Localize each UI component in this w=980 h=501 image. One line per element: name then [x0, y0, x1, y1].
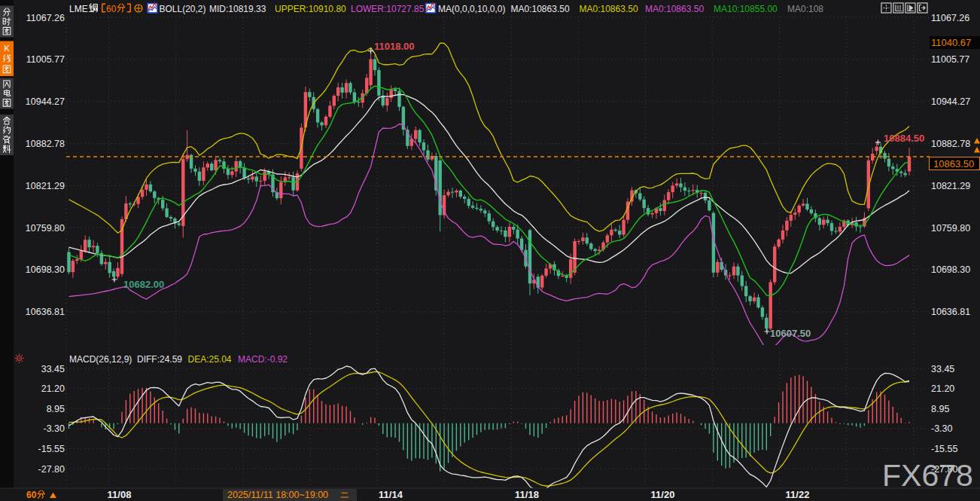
svg-text:10759.80: 10759.80	[26, 223, 65, 234]
svg-text:DEA:25.04: DEA:25.04	[188, 354, 232, 365]
svg-text:33.45: 33.45	[931, 364, 954, 374]
svg-text:-3.30: -3.30	[44, 423, 65, 434]
svg-text:8.95: 8.95	[931, 404, 949, 414]
svg-text:MACD(26,12,9): MACD(26,12,9)	[69, 354, 132, 365]
svg-text:K: K	[4, 44, 10, 53]
svg-text:60: 60	[26, 490, 37, 500]
svg-text:10944.27: 10944.27	[26, 96, 65, 107]
svg-text:10607.50: 10607.50	[770, 328, 811, 339]
svg-text:11/18: 11/18	[515, 489, 539, 500]
svg-text:MA0:108: MA0:108	[787, 4, 823, 14]
svg-text:10682.00: 10682.00	[123, 279, 164, 290]
svg-text:MID:10819.33: MID:10819.33	[209, 4, 266, 14]
svg-text:11/14: 11/14	[379, 489, 403, 500]
svg-text:8.95: 8.95	[47, 404, 65, 414]
svg-text:-15.55: -15.55	[38, 444, 65, 454]
svg-text:10698.30: 10698.30	[26, 264, 65, 275]
svg-text:10636.81: 10636.81	[26, 307, 65, 317]
svg-text:11/20: 11/20	[651, 489, 675, 500]
svg-text:11/22: 11/22	[786, 489, 810, 500]
svg-text:11067.26: 11067.26	[26, 13, 65, 23]
svg-text:LOWER:10727.85: LOWER:10727.85	[351, 4, 425, 14]
svg-text:11/08: 11/08	[108, 489, 132, 500]
svg-text:UPPER:10910.80: UPPER:10910.80	[275, 4, 346, 14]
svg-text:10882.78: 10882.78	[931, 139, 970, 149]
svg-text:MA0:10863.50: MA0:10863.50	[645, 4, 704, 14]
svg-text:21.20: 21.20	[931, 383, 954, 394]
svg-text:10884.50: 10884.50	[884, 133, 924, 144]
svg-text:DIFF:24.59: DIFF:24.59	[137, 354, 182, 365]
svg-text:60: 60	[106, 4, 117, 14]
svg-text:21.20: 21.20	[41, 383, 65, 394]
svg-text:MA0:10863.50: MA0:10863.50	[511, 4, 570, 14]
svg-text:11005.77: 11005.77	[26, 54, 65, 65]
svg-text:10821.29: 10821.29	[931, 181, 970, 191]
svg-text:11040.67: 11040.67	[931, 37, 971, 48]
svg-text:10759.80: 10759.80	[931, 223, 970, 234]
svg-text:11005.77: 11005.77	[931, 54, 969, 65]
svg-text:LME: LME	[69, 4, 88, 14]
svg-text:FX678: FX678	[882, 458, 973, 493]
svg-text:MACD:-0.92: MACD:-0.92	[238, 354, 288, 365]
svg-text:-27.80: -27.80	[38, 464, 65, 475]
svg-text:10863.50: 10863.50	[933, 158, 974, 170]
svg-text:MA10:10855.00: MA10:10855.00	[714, 4, 778, 14]
svg-text:33.45: 33.45	[41, 364, 65, 374]
svg-text:BOLL(20,2): BOLL(20,2)	[160, 4, 206, 14]
svg-text:-3.30: -3.30	[931, 423, 953, 434]
svg-text:10636.81: 10636.81	[931, 307, 970, 317]
svg-text:10698.30: 10698.30	[931, 264, 970, 275]
svg-text:MA0:10863.50: MA0:10863.50	[580, 4, 638, 14]
svg-text:10882.78: 10882.78	[26, 139, 65, 149]
svg-text:11018.00: 11018.00	[374, 41, 415, 52]
svg-text:2025/11/11 18:00~19:00: 2025/11/11 18:00~19:00	[227, 490, 328, 500]
svg-text:10821.29: 10821.29	[26, 181, 65, 191]
svg-text:10944.27: 10944.27	[931, 96, 970, 107]
svg-text:-15.55: -15.55	[931, 444, 957, 454]
svg-text:11067.26: 11067.26	[931, 13, 969, 23]
svg-text:MA(0,0,0,10,0,0): MA(0,0,0,10,0,0)	[438, 4, 505, 14]
